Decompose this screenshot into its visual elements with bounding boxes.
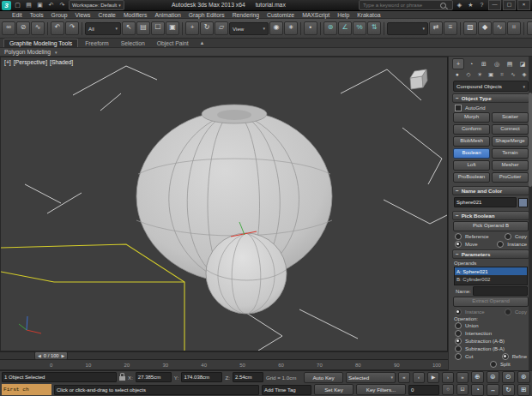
- menu-create[interactable]: Create: [95, 12, 119, 18]
- zoom-region-icon[interactable]: ⊛: [517, 371, 530, 383]
- selection-filter-dropdown[interactable]: All ▾: [85, 22, 121, 35]
- instance-radio[interactable]: [497, 241, 504, 248]
- object-type-rollout-header[interactable]: − Object Type: [452, 93, 529, 103]
- select-and-link-icon[interactable]: ∞: [2, 21, 15, 35]
- minimize-button[interactable]: —: [488, 0, 501, 10]
- geometry-category-dropdown[interactable]: Compound Objects ▾: [453, 81, 529, 92]
- menu-maxscript[interactable]: MAXScript: [299, 12, 333, 18]
- select-and-rotate-icon[interactable]: ↻: [200, 21, 214, 35]
- menu-customize[interactable]: Customize: [263, 12, 298, 18]
- subtraction-ab-radio[interactable]: [455, 338, 462, 345]
- named-selection-sets-dropdown[interactable]: ▾: [387, 22, 428, 35]
- bind-to-space-warp-icon[interactable]: ∿: [31, 21, 45, 35]
- time-configuration-icon[interactable]: ⊡: [456, 384, 469, 395]
- select-and-move-icon[interactable]: +: [185, 21, 199, 35]
- maximize-viewport-toggle-icon[interactable]: ⊞: [517, 384, 530, 396]
- intersection-radio[interactable]: [455, 330, 462, 337]
- spinner-snap-icon[interactable]: ⇅: [367, 21, 381, 35]
- subtraction-ba-radio[interactable]: [455, 345, 462, 352]
- procutter-button[interactable]: ProCutter: [492, 172, 529, 183]
- go-to-start-icon[interactable]: «: [398, 372, 410, 383]
- search-input[interactable]: [361, 2, 440, 9]
- close-button[interactable]: ×: [517, 0, 530, 10]
- reference-coordinate-dropdown[interactable]: View ▾: [229, 22, 269, 35]
- terrain-button[interactable]: Terrain: [492, 148, 529, 159]
- pick-boolean-rollout-header[interactable]: − Pick Boolean: [452, 211, 529, 220]
- move-radio[interactable]: [455, 241, 462, 248]
- layer-manager-icon[interactable]: ▧: [463, 21, 477, 35]
- help-icon[interactable]: ?: [477, 1, 487, 9]
- restore-button[interactable]: ▢: [503, 0, 516, 10]
- application-menu-button[interactable]: 3: [2, 1, 11, 10]
- zoom-extents-icon[interactable]: ⊙: [502, 371, 515, 383]
- refine-radio[interactable]: [502, 353, 509, 360]
- operands-list[interactable]: A: Sphere021 B: Cylinder002: [454, 267, 528, 285]
- perspective-viewport[interactable]: [+] [Perspective] [Shaded]: [0, 57, 448, 351]
- boolean-button[interactable]: Boolean: [453, 148, 490, 159]
- set-key-button[interactable]: Set Key: [314, 384, 354, 395]
- redo-scene-icon[interactable]: ↷: [65, 21, 79, 35]
- redo-icon[interactable]: ↷: [57, 1, 67, 9]
- mirror-icon[interactable]: ⇄: [429, 21, 443, 35]
- select-by-name-icon[interactable]: ▤: [136, 21, 150, 35]
- auto-key-button[interactable]: Auto Key: [304, 372, 343, 383]
- window-crossing-icon[interactable]: ▣: [166, 21, 179, 35]
- reference-radio[interactable]: [455, 233, 462, 240]
- selection-lock-icon[interactable]: [119, 376, 125, 381]
- lights-category-icon[interactable]: ☀: [475, 70, 485, 79]
- save-file-icon[interactable]: ▣: [35, 1, 45, 9]
- shapes-category-icon[interactable]: ◇: [463, 70, 474, 79]
- viewport-pov-menu[interactable]: [Perspective]: [14, 59, 47, 65]
- add-time-tag-field[interactable]: Add Time Tag: [262, 385, 311, 395]
- next-frame-icon[interactable]: ›: [442, 372, 454, 383]
- motion-tab[interactable]: ◎: [491, 58, 503, 69]
- new-scene-icon[interactable]: ▢: [13, 1, 22, 9]
- selection-region-icon[interactable]: ☐: [151, 21, 165, 35]
- graphite-ribbon-toggle-icon[interactable]: ◆: [478, 21, 492, 35]
- mesher-button[interactable]: Mesher: [492, 160, 529, 171]
- percent-snap-icon[interactable]: %: [353, 21, 366, 35]
- undo-icon[interactable]: ↶: [46, 1, 56, 9]
- curve-editor-icon[interactable]: ∿: [493, 21, 506, 35]
- current-frame-field[interactable]: 0: [408, 385, 439, 395]
- maxscript-mini-listener[interactable]: First ch: [2, 384, 51, 395]
- play-animation-icon[interactable]: ▶: [427, 372, 439, 383]
- menu-krakatoa[interactable]: Krakatoa: [354, 12, 384, 18]
- menu-help[interactable]: Help: [334, 12, 353, 18]
- create-tab[interactable]: +: [452, 58, 464, 69]
- time-slider[interactable]: ◀ 0 / 100 ▶: [0, 351, 448, 360]
- orbit-icon[interactable]: ↻: [502, 384, 515, 396]
- communication-center-icon[interactable]: ◈: [455, 1, 464, 9]
- extract-copy-radio[interactable]: [505, 309, 511, 315]
- keyboard-shortcut-override-icon[interactable]: ▪: [304, 21, 317, 35]
- conform-button[interactable]: Conform: [453, 124, 490, 135]
- viewport-shading-menu[interactable]: [Shaded]: [50, 59, 73, 65]
- yellow-spline-shapes[interactable]: [1, 244, 184, 351]
- angle-snap-icon[interactable]: ∠: [338, 21, 352, 35]
- open-file-icon[interactable]: ▤: [24, 1, 33, 9]
- shapemerge-button[interactable]: ShapeMerge: [492, 136, 529, 147]
- connect-button[interactable]: Connect: [492, 124, 529, 135]
- command-panel-scrollbar[interactable]: [529, 57, 532, 370]
- favorites-icon[interactable]: ★: [466, 1, 475, 9]
- ribbon-collapse-icon[interactable]: ▴: [196, 39, 209, 47]
- select-object-icon[interactable]: ↖: [122, 21, 136, 35]
- scatter-button[interactable]: Scatter: [492, 112, 529, 123]
- scrollbar-thumb[interactable]: [529, 93, 532, 187]
- tab-freeform[interactable]: Freeform: [80, 39, 114, 47]
- undo-scene-icon[interactable]: ↶: [51, 21, 64, 35]
- cameras-category-icon[interactable]: ▣: [486, 70, 496, 79]
- track-bar[interactable]: 0 10 20 30 40 50 60 70 80 90 100: [0, 360, 448, 370]
- viewport-general-menu[interactable]: [+]: [4, 59, 11, 65]
- viewport-canvas[interactable]: [1, 57, 447, 351]
- object-name-field[interactable]: Sphere021: [454, 197, 517, 207]
- modify-tab[interactable]: ◔: [465, 58, 477, 69]
- parameters-rollout-header[interactable]: − Parameters: [452, 249, 529, 259]
- operand-a-row[interactable]: A: Sphere021: [455, 267, 527, 275]
- go-to-end-icon[interactable]: »: [456, 372, 469, 383]
- previous-frame-icon[interactable]: ‹: [413, 372, 425, 383]
- copy-radio[interactable]: [505, 233, 511, 240]
- menu-modifiers[interactable]: Modifiers: [120, 12, 151, 18]
- display-tab[interactable]: ▤: [504, 58, 516, 69]
- menu-views[interactable]: Views: [71, 12, 94, 18]
